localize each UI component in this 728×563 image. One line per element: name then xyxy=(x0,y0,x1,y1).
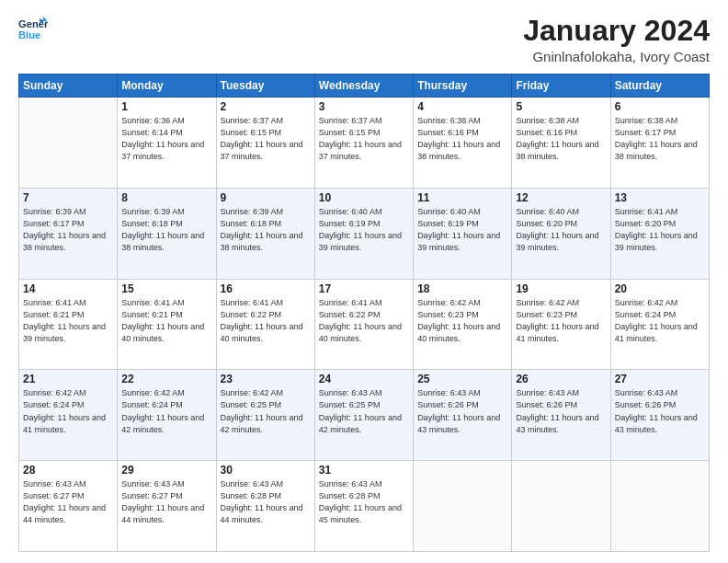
calendar-cell: 27Sunrise: 6:43 AM Sunset: 6:26 PM Dayli… xyxy=(610,370,709,461)
page: General Blue January 2024 Gninlnafolokah… xyxy=(0,0,728,563)
calendar-cell: 20Sunrise: 6:42 AM Sunset: 6:24 PM Dayli… xyxy=(610,279,709,370)
calendar-cell: 25Sunrise: 6:43 AM Sunset: 6:26 PM Dayli… xyxy=(414,370,512,461)
calendar-cell: 29Sunrise: 6:43 AM Sunset: 6:27 PM Dayli… xyxy=(118,461,216,552)
day-info: Sunrise: 6:43 AM Sunset: 6:26 PM Dayligh… xyxy=(615,387,705,435)
calendar-day-header: Saturday xyxy=(610,75,709,98)
calendar-cell xyxy=(512,461,610,552)
day-number: 13 xyxy=(615,191,705,204)
day-number: 4 xyxy=(417,100,507,113)
calendar-cell: 13Sunrise: 6:41 AM Sunset: 6:20 PM Dayli… xyxy=(610,188,709,279)
day-number: 1 xyxy=(121,100,211,113)
day-number: 21 xyxy=(23,373,113,385)
day-info: Sunrise: 6:38 AM Sunset: 6:17 PM Dayligh… xyxy=(615,115,705,163)
day-info: Sunrise: 6:40 AM Sunset: 6:20 PM Dayligh… xyxy=(516,206,606,254)
calendar-week-row: 1Sunrise: 6:36 AM Sunset: 6:14 PM Daylig… xyxy=(19,98,710,189)
day-number: 30 xyxy=(221,464,311,477)
calendar-cell: 28Sunrise: 6:43 AM Sunset: 6:27 PM Dayli… xyxy=(19,461,118,552)
header: General Blue January 2024 Gninlnafolokah… xyxy=(18,15,710,64)
day-info: Sunrise: 6:43 AM Sunset: 6:26 PM Dayligh… xyxy=(417,387,507,435)
calendar-cell: 16Sunrise: 6:41 AM Sunset: 6:22 PM Dayli… xyxy=(216,279,314,370)
day-number: 26 xyxy=(516,373,606,385)
day-number: 6 xyxy=(615,100,705,113)
day-number: 29 xyxy=(121,464,211,477)
calendar-cell: 2Sunrise: 6:37 AM Sunset: 6:15 PM Daylig… xyxy=(216,98,314,189)
day-info: Sunrise: 6:41 AM Sunset: 6:21 PM Dayligh… xyxy=(121,297,211,345)
day-info: Sunrise: 6:43 AM Sunset: 6:27 PM Dayligh… xyxy=(23,478,113,526)
calendar-cell: 6Sunrise: 6:38 AM Sunset: 6:17 PM Daylig… xyxy=(610,98,709,189)
day-number: 20 xyxy=(615,282,705,295)
calendar-day-header: Thursday xyxy=(414,75,512,98)
day-number: 8 xyxy=(121,191,211,204)
day-info: Sunrise: 6:42 AM Sunset: 6:24 PM Dayligh… xyxy=(23,387,113,435)
calendar-cell: 26Sunrise: 6:43 AM Sunset: 6:26 PM Dayli… xyxy=(512,370,610,461)
day-info: Sunrise: 6:42 AM Sunset: 6:23 PM Dayligh… xyxy=(417,297,507,345)
day-number: 15 xyxy=(121,282,211,295)
day-number: 18 xyxy=(417,282,507,295)
day-info: Sunrise: 6:41 AM Sunset: 6:22 PM Dayligh… xyxy=(319,297,409,345)
logo-icon: General Blue xyxy=(18,15,48,44)
calendar-cell: 23Sunrise: 6:42 AM Sunset: 6:25 PM Dayli… xyxy=(216,370,314,461)
calendar-cell xyxy=(414,461,512,552)
calendar-cell: 11Sunrise: 6:40 AM Sunset: 6:19 PM Dayli… xyxy=(414,188,512,279)
calendar-week-row: 28Sunrise: 6:43 AM Sunset: 6:27 PM Dayli… xyxy=(19,461,710,552)
day-info: Sunrise: 6:43 AM Sunset: 6:26 PM Dayligh… xyxy=(516,387,606,435)
calendar-cell xyxy=(610,461,709,552)
calendar-cell: 7Sunrise: 6:39 AM Sunset: 6:17 PM Daylig… xyxy=(19,188,118,279)
day-number: 5 xyxy=(516,100,606,113)
calendar-cell: 12Sunrise: 6:40 AM Sunset: 6:20 PM Dayli… xyxy=(512,188,610,279)
day-number: 31 xyxy=(319,464,409,477)
day-number: 9 xyxy=(221,191,311,204)
calendar-cell: 19Sunrise: 6:42 AM Sunset: 6:23 PM Dayli… xyxy=(512,279,610,370)
calendar-cell: 1Sunrise: 6:36 AM Sunset: 6:14 PM Daylig… xyxy=(118,98,216,189)
day-info: Sunrise: 6:39 AM Sunset: 6:17 PM Dayligh… xyxy=(23,206,113,254)
day-info: Sunrise: 6:43 AM Sunset: 6:27 PM Dayligh… xyxy=(121,478,211,526)
calendar-cell: 9Sunrise: 6:39 AM Sunset: 6:18 PM Daylig… xyxy=(216,188,314,279)
calendar-cell: 14Sunrise: 6:41 AM Sunset: 6:21 PM Dayli… xyxy=(19,279,118,370)
calendar-cell: 18Sunrise: 6:42 AM Sunset: 6:23 PM Dayli… xyxy=(414,279,512,370)
title-block: January 2024 Gninlnafolokaha, Ivory Coas… xyxy=(523,15,710,64)
day-number: 19 xyxy=(516,282,606,295)
day-info: Sunrise: 6:42 AM Sunset: 6:23 PM Dayligh… xyxy=(516,297,606,345)
day-number: 14 xyxy=(23,282,113,295)
calendar-day-header: Sunday xyxy=(19,75,118,98)
calendar-cell: 21Sunrise: 6:42 AM Sunset: 6:24 PM Dayli… xyxy=(19,370,118,461)
day-info: Sunrise: 6:41 AM Sunset: 6:22 PM Dayligh… xyxy=(221,297,311,345)
calendar-cell: 10Sunrise: 6:40 AM Sunset: 6:19 PM Dayli… xyxy=(314,188,413,279)
day-info: Sunrise: 6:42 AM Sunset: 6:24 PM Dayligh… xyxy=(615,297,705,345)
day-number: 22 xyxy=(121,373,211,385)
calendar-cell: 22Sunrise: 6:42 AM Sunset: 6:24 PM Dayli… xyxy=(118,370,216,461)
logo: General Blue xyxy=(18,15,48,44)
day-number: 28 xyxy=(23,464,113,477)
calendar-week-row: 7Sunrise: 6:39 AM Sunset: 6:17 PM Daylig… xyxy=(19,188,710,279)
day-number: 27 xyxy=(615,373,705,385)
calendar-cell: 24Sunrise: 6:43 AM Sunset: 6:25 PM Dayli… xyxy=(314,370,413,461)
day-number: 16 xyxy=(221,282,311,295)
day-info: Sunrise: 6:42 AM Sunset: 6:24 PM Dayligh… xyxy=(121,387,211,435)
day-info: Sunrise: 6:43 AM Sunset: 6:25 PM Dayligh… xyxy=(319,387,409,435)
day-info: Sunrise: 6:36 AM Sunset: 6:14 PM Dayligh… xyxy=(121,115,211,163)
day-number: 25 xyxy=(417,373,507,385)
calendar-cell: 15Sunrise: 6:41 AM Sunset: 6:21 PM Dayli… xyxy=(118,279,216,370)
day-info: Sunrise: 6:39 AM Sunset: 6:18 PM Dayligh… xyxy=(121,206,211,254)
month-title: January 2024 xyxy=(523,15,710,47)
calendar-day-header: Monday xyxy=(118,75,216,98)
day-info: Sunrise: 6:37 AM Sunset: 6:15 PM Dayligh… xyxy=(319,115,409,163)
day-info: Sunrise: 6:42 AM Sunset: 6:25 PM Dayligh… xyxy=(221,387,311,435)
calendar-week-row: 14Sunrise: 6:41 AM Sunset: 6:21 PM Dayli… xyxy=(19,279,710,370)
day-number: 2 xyxy=(221,100,311,113)
calendar-table: SundayMondayTuesdayWednesdayThursdayFrid… xyxy=(18,74,710,552)
day-info: Sunrise: 6:40 AM Sunset: 6:19 PM Dayligh… xyxy=(417,206,507,254)
day-info: Sunrise: 6:38 AM Sunset: 6:16 PM Dayligh… xyxy=(516,115,606,163)
calendar-cell: 3Sunrise: 6:37 AM Sunset: 6:15 PM Daylig… xyxy=(314,98,413,189)
day-info: Sunrise: 6:43 AM Sunset: 6:28 PM Dayligh… xyxy=(221,478,311,526)
day-info: Sunrise: 6:39 AM Sunset: 6:18 PM Dayligh… xyxy=(221,206,311,254)
day-info: Sunrise: 6:41 AM Sunset: 6:20 PM Dayligh… xyxy=(615,206,705,254)
day-number: 11 xyxy=(417,191,507,204)
calendar-cell: 4Sunrise: 6:38 AM Sunset: 6:16 PM Daylig… xyxy=(414,98,512,189)
calendar-cell: 17Sunrise: 6:41 AM Sunset: 6:22 PM Dayli… xyxy=(314,279,413,370)
calendar-day-header: Friday xyxy=(512,75,610,98)
day-number: 10 xyxy=(319,191,409,204)
calendar-header-row: SundayMondayTuesdayWednesdayThursdayFrid… xyxy=(19,75,710,98)
day-info: Sunrise: 6:40 AM Sunset: 6:19 PM Dayligh… xyxy=(319,206,409,254)
calendar-cell: 8Sunrise: 6:39 AM Sunset: 6:18 PM Daylig… xyxy=(118,188,216,279)
